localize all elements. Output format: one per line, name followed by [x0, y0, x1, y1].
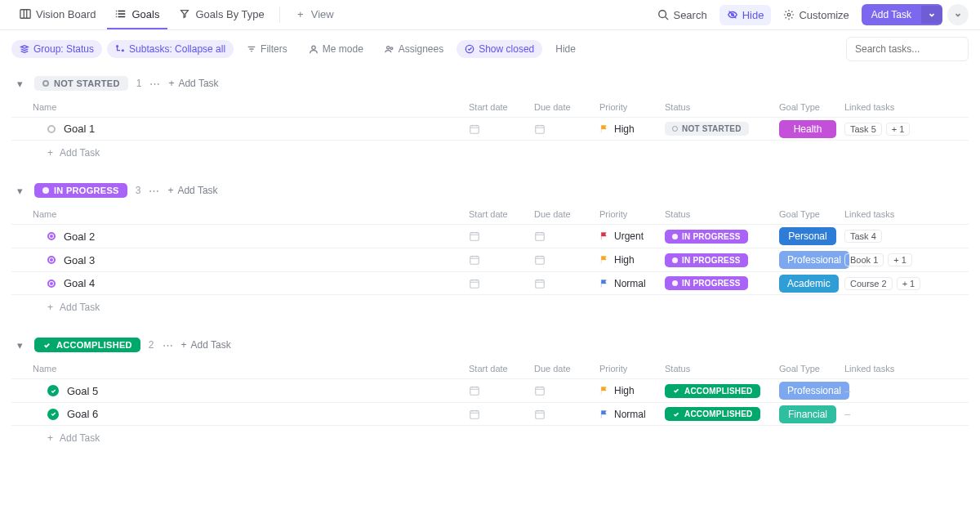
- col-start-date[interactable]: Start date: [469, 97, 534, 117]
- assignees-pill[interactable]: Assignees: [376, 40, 452, 58]
- col-status[interactable]: Status: [665, 97, 779, 117]
- col-due-date[interactable]: Due date: [534, 204, 599, 224]
- linked-chip[interactable]: Task 4: [844, 230, 882, 243]
- linked-more[interactable]: + 1: [897, 277, 921, 290]
- col-name[interactable]: Name: [11, 359, 469, 378]
- col-status[interactable]: Status: [665, 204, 779, 224]
- table-row[interactable]: Goal 2 Urgent IN PROGRESS Personal Task …: [11, 224, 969, 248]
- linked-cell[interactable]: –: [844, 408, 969, 420]
- status-cell[interactable]: ACCOMPLISHED: [665, 407, 779, 421]
- due-date-cell[interactable]: [534, 409, 599, 420]
- more-icon[interactable]: ⋯: [149, 78, 160, 90]
- tab-goals-by-type[interactable]: Goals By Type: [171, 0, 272, 29]
- col-priority[interactable]: Priority: [599, 97, 665, 117]
- due-date-cell[interactable]: [534, 254, 599, 266]
- type-cell[interactable]: Academic: [779, 275, 844, 293]
- row-add-task[interactable]: +Add Task: [11, 295, 969, 320]
- more-icon[interactable]: ⋯: [149, 185, 159, 197]
- type-cell[interactable]: Health: [779, 120, 844, 138]
- hide-toolbar-button[interactable]: Hide: [547, 40, 584, 58]
- more-menu[interactable]: [947, 4, 969, 25]
- group-pill[interactable]: Group: Status: [11, 40, 102, 58]
- group-add-task[interactable]: + Add Task: [168, 78, 218, 89]
- linked-cell[interactable]: –: [844, 385, 969, 397]
- name-cell[interactable]: Goal 5: [11, 385, 469, 397]
- add-task-button[interactable]: Add Task: [862, 4, 942, 25]
- col-due-date[interactable]: Due date: [534, 359, 599, 378]
- linked-more[interactable]: + 1: [888, 253, 912, 266]
- name-cell[interactable]: Goal 3: [11, 254, 469, 266]
- name-cell[interactable]: Goal 1: [11, 123, 469, 135]
- col-linked[interactable]: Linked tasks: [844, 97, 969, 117]
- linked-chip[interactable]: Book 1: [844, 253, 884, 266]
- col-start-date[interactable]: Start date: [469, 204, 534, 224]
- linked-more[interactable]: + 1: [886, 123, 911, 136]
- col-linked[interactable]: Linked tasks: [844, 359, 969, 378]
- due-date-cell[interactable]: [534, 385, 599, 396]
- collapse-toggle[interactable]: ▾: [13, 78, 26, 90]
- priority-cell[interactable]: Normal: [599, 409, 665, 420]
- linked-chip[interactable]: Task 5: [844, 123, 882, 136]
- col-priority[interactable]: Priority: [599, 204, 665, 224]
- collapse-toggle[interactable]: ▾: [13, 339, 26, 351]
- hide-button[interactable]: Hide: [719, 5, 772, 25]
- type-cell[interactable]: Professional: [779, 382, 844, 400]
- show-closed-pill[interactable]: Show closed: [457, 40, 542, 58]
- me-mode-pill[interactable]: Me mode: [301, 40, 372, 58]
- priority-cell[interactable]: High: [599, 254, 665, 266]
- subtasks-pill[interactable]: Subtasks: Collapse all: [107, 40, 234, 58]
- linked-cell[interactable]: Task 5+ 1: [844, 123, 969, 136]
- col-name[interactable]: Name: [11, 97, 469, 117]
- table-row[interactable]: Goal 3 High IN PROGRESS Professional Boo…: [11, 248, 969, 271]
- status-pill[interactable]: NOT STARTED: [34, 76, 128, 91]
- priority-cell[interactable]: High: [599, 123, 665, 135]
- status-cell[interactable]: IN PROGRESS: [665, 276, 779, 290]
- status-cell[interactable]: IN PROGRESS: [665, 253, 779, 267]
- col-linked[interactable]: Linked tasks: [844, 204, 969, 224]
- table-row[interactable]: Goal 6 Normal ACCOMPLISHED Financial –: [11, 402, 969, 426]
- status-cell[interactable]: NOT STARTED: [665, 122, 779, 136]
- table-row[interactable]: Goal 4 Normal IN PROGRESS Academic Cours…: [11, 271, 969, 295]
- linked-cell[interactable]: Course 2+ 1: [844, 277, 969, 290]
- table-row[interactable]: Goal 1 High NOT STARTED Health Task 5+ 1: [11, 117, 969, 141]
- filters-pill[interactable]: Filters: [238, 40, 296, 58]
- priority-cell[interactable]: Normal: [599, 278, 665, 289]
- priority-cell[interactable]: Urgent: [599, 230, 665, 242]
- collapse-toggle[interactable]: ▾: [13, 185, 26, 197]
- col-due-date[interactable]: Due date: [534, 97, 599, 117]
- name-cell[interactable]: Goal 4: [11, 277, 469, 289]
- col-goal-type[interactable]: Goal Type: [779, 359, 844, 378]
- group-add-task[interactable]: + Add Task: [181, 339, 231, 351]
- start-date-cell[interactable]: [469, 278, 534, 289]
- start-date-cell[interactable]: [469, 254, 534, 266]
- type-cell[interactable]: Financial: [779, 405, 844, 423]
- tab-vision-board[interactable]: Vision Board: [11, 0, 104, 29]
- status-pill[interactable]: ACCOMPLISHED: [34, 338, 140, 352]
- status-cell[interactable]: ACCOMPLISHED: [665, 384, 779, 398]
- due-date-cell[interactable]: [534, 123, 599, 135]
- start-date-cell[interactable]: [469, 409, 534, 420]
- col-status[interactable]: Status: [665, 359, 779, 378]
- col-start-date[interactable]: Start date: [469, 359, 534, 378]
- due-date-cell[interactable]: [534, 230, 599, 242]
- linked-chip[interactable]: Course 2: [844, 277, 893, 290]
- col-name[interactable]: Name: [11, 204, 469, 224]
- col-priority[interactable]: Priority: [599, 359, 665, 378]
- more-icon[interactable]: ⋯: [163, 339, 173, 351]
- customize-button[interactable]: Customize: [776, 5, 856, 25]
- chevron-down-icon[interactable]: [921, 6, 942, 24]
- type-cell[interactable]: Professional: [779, 251, 844, 269]
- priority-cell[interactable]: High: [599, 385, 665, 396]
- due-date-cell[interactable]: [534, 278, 599, 289]
- linked-cell[interactable]: Task 4: [844, 230, 969, 243]
- col-goal-type[interactable]: Goal Type: [779, 204, 844, 224]
- start-date-cell[interactable]: [469, 123, 534, 135]
- table-row[interactable]: Goal 5 High ACCOMPLISHED Professional –: [11, 378, 969, 402]
- search-input-wrapper[interactable]: [846, 37, 969, 61]
- start-date-cell[interactable]: [469, 230, 534, 242]
- start-date-cell[interactable]: [469, 385, 534, 396]
- status-pill[interactable]: IN PROGRESS: [34, 183, 127, 198]
- search-button[interactable]: Search: [650, 5, 714, 25]
- tab-goals[interactable]: Goals: [107, 0, 167, 29]
- name-cell[interactable]: Goal 6: [11, 408, 469, 420]
